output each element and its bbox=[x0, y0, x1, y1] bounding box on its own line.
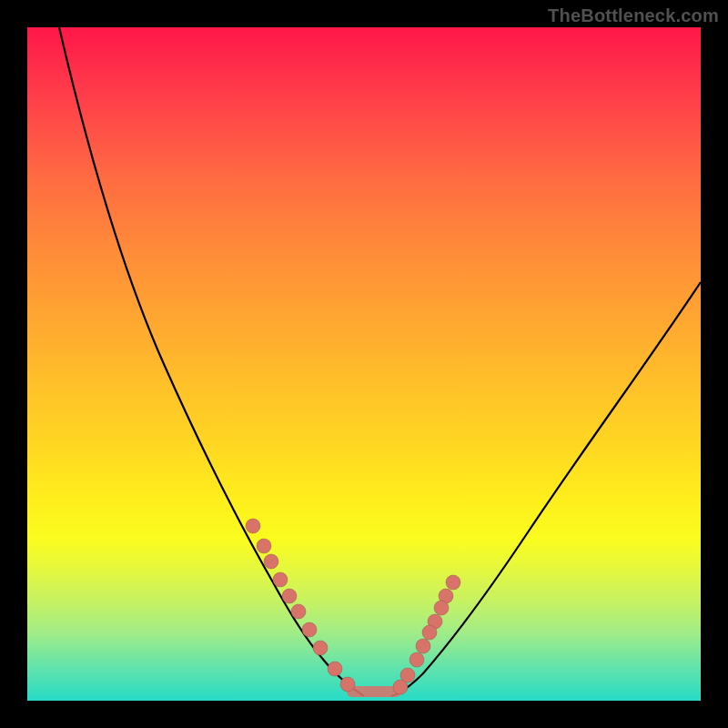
marker-dot bbox=[264, 554, 278, 569]
plot-area bbox=[27, 27, 701, 701]
marker-dot bbox=[313, 641, 328, 655]
outer-frame: TheBottleneck.com bbox=[0, 0, 728, 728]
marker-dot bbox=[393, 680, 408, 694]
marker-dot bbox=[291, 604, 306, 619]
marker-dot bbox=[273, 572, 288, 587]
marker-dot bbox=[340, 677, 355, 692]
marker-dot bbox=[416, 639, 430, 653]
marker-dot bbox=[328, 662, 342, 676]
left-curve bbox=[59, 27, 364, 696]
marker-dot bbox=[422, 625, 437, 640]
marker-dot bbox=[302, 622, 317, 637]
left-dot-group bbox=[246, 519, 355, 692]
marker-dot bbox=[410, 652, 424, 667]
marker-dot bbox=[257, 539, 271, 553]
right-dot-group bbox=[393, 575, 460, 694]
marker-dot bbox=[446, 575, 460, 590]
marker-dot bbox=[282, 589, 297, 603]
marker-dot bbox=[246, 519, 260, 533]
right-curve bbox=[391, 282, 701, 696]
watermark-text: TheBottleneck.com bbox=[548, 5, 719, 26]
marker-dot bbox=[434, 601, 449, 615]
chart-svg bbox=[27, 27, 701, 701]
